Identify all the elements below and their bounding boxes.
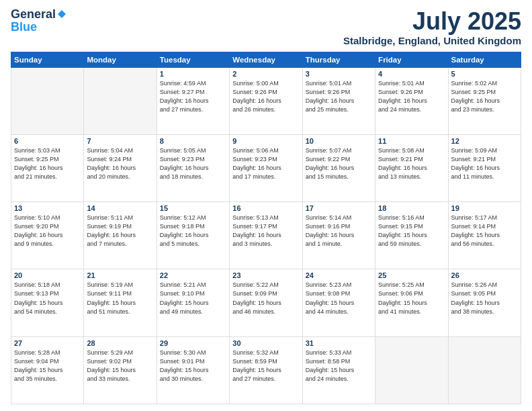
day-info: Sunrise: 5:10 AM Sunset: 9:20 PM Dayligh… (14, 214, 81, 248)
logo-blue-text: Blue (11, 20, 37, 34)
weekday-header: Monday (84, 52, 157, 67)
day-number: 8 (160, 137, 226, 145)
day-number: 21 (87, 271, 153, 279)
day-number: 18 (378, 204, 445, 212)
logo-icon (57, 9, 66, 19)
day-info: Sunrise: 5:19 AM Sunset: 9:11 PM Dayligh… (87, 281, 153, 316)
day-number: 15 (160, 204, 226, 212)
day-number: 1 (160, 70, 226, 78)
day-number: 29 (160, 339, 226, 347)
calendar-day-cell: 11Sunrise: 5:08 AM Sunset: 9:21 PM Dayli… (375, 134, 448, 201)
day-number: 16 (232, 204, 299, 212)
day-number: 28 (87, 339, 153, 347)
day-number: 23 (232, 271, 299, 279)
calendar-day-cell: 13Sunrise: 5:10 AM Sunset: 9:20 PM Dayli… (11, 202, 84, 269)
day-info: Sunrise: 5:21 AM Sunset: 9:10 PM Dayligh… (160, 281, 226, 316)
location: Stalbridge, England, United Kingdom (343, 35, 521, 46)
calendar-day-cell: 16Sunrise: 5:13 AM Sunset: 9:17 PM Dayli… (230, 202, 302, 269)
calendar-day-cell: 4Sunrise: 5:01 AM Sunset: 9:26 PM Daylig… (375, 67, 448, 134)
day-number: 13 (14, 204, 81, 212)
calendar-day-cell: 26Sunrise: 5:26 AM Sunset: 9:05 PM Dayli… (448, 269, 521, 336)
weekday-header-row: SundayMondayTuesdayWednesdayThursdayFrid… (11, 52, 521, 67)
day-info: Sunrise: 5:12 AM Sunset: 9:18 PM Dayligh… (160, 214, 226, 248)
day-number: 26 (451, 271, 518, 279)
calendar-week-row: 20Sunrise: 5:18 AM Sunset: 9:13 PM Dayli… (11, 269, 521, 336)
day-info: Sunrise: 5:02 AM Sunset: 9:25 PM Dayligh… (451, 79, 518, 114)
day-info: Sunrise: 5:17 AM Sunset: 9:14 PM Dayligh… (451, 214, 518, 248)
day-info: Sunrise: 5:06 AM Sunset: 9:23 PM Dayligh… (232, 146, 299, 181)
day-info: Sunrise: 5:22 AM Sunset: 9:09 PM Dayligh… (232, 281, 299, 316)
day-number: 22 (160, 271, 226, 279)
day-number: 27 (14, 339, 81, 347)
day-info: Sunrise: 5:26 AM Sunset: 9:05 PM Dayligh… (451, 281, 518, 316)
calendar-day-cell: 2Sunrise: 5:00 AM Sunset: 9:26 PM Daylig… (230, 67, 302, 134)
day-info: Sunrise: 5:00 AM Sunset: 9:26 PM Dayligh… (232, 79, 299, 114)
day-number: 25 (378, 271, 445, 279)
day-info: Sunrise: 5:23 AM Sunset: 9:08 PM Dayligh… (306, 281, 372, 316)
svg-marker-0 (58, 10, 66, 18)
logo-text: General (11, 8, 66, 20)
calendar-day-cell: 19Sunrise: 5:17 AM Sunset: 9:14 PM Dayli… (448, 202, 521, 269)
calendar-day-cell: 8Sunrise: 5:05 AM Sunset: 9:23 PM Daylig… (157, 134, 229, 201)
day-info: Sunrise: 5:03 AM Sunset: 9:25 PM Dayligh… (14, 146, 81, 181)
day-info: Sunrise: 5:04 AM Sunset: 9:24 PM Dayligh… (87, 146, 153, 181)
calendar-day-cell (11, 67, 84, 134)
calendar-week-row: 13Sunrise: 5:10 AM Sunset: 9:20 PM Dayli… (11, 202, 521, 269)
calendar-day-cell: 27Sunrise: 5:28 AM Sunset: 9:04 PM Dayli… (11, 336, 84, 404)
day-number: 9 (232, 137, 299, 145)
weekday-header: Tuesday (157, 52, 229, 67)
month-title: July 2025 (343, 8, 521, 35)
calendar-day-cell (84, 67, 157, 134)
day-info: Sunrise: 5:13 AM Sunset: 9:17 PM Dayligh… (232, 214, 299, 248)
calendar-day-cell: 5Sunrise: 5:02 AM Sunset: 9:25 PM Daylig… (448, 67, 521, 134)
header: General Blue July 2025 Stalbridge, Engla… (11, 8, 521, 46)
day-info: Sunrise: 5:30 AM Sunset: 9:01 PM Dayligh… (160, 349, 226, 383)
weekday-header: Friday (375, 52, 448, 67)
calendar-day-cell: 1Sunrise: 4:59 AM Sunset: 9:27 PM Daylig… (157, 67, 229, 134)
day-info: Sunrise: 5:08 AM Sunset: 9:21 PM Dayligh… (378, 146, 445, 181)
day-number: 24 (306, 271, 372, 279)
day-info: Sunrise: 5:32 AM Sunset: 8:59 PM Dayligh… (232, 349, 299, 383)
calendar-day-cell: 23Sunrise: 5:22 AM Sunset: 9:09 PM Dayli… (230, 269, 302, 336)
day-info: Sunrise: 5:28 AM Sunset: 9:04 PM Dayligh… (14, 349, 81, 383)
calendar-day-cell: 30Sunrise: 5:32 AM Sunset: 8:59 PM Dayli… (230, 336, 302, 404)
day-number: 12 (451, 137, 518, 145)
calendar-day-cell: 21Sunrise: 5:19 AM Sunset: 9:11 PM Dayli… (84, 269, 157, 336)
logo: General Blue (11, 8, 66, 34)
day-info: Sunrise: 5:25 AM Sunset: 9:06 PM Dayligh… (378, 281, 445, 316)
calendar-day-cell: 17Sunrise: 5:14 AM Sunset: 9:16 PM Dayli… (302, 202, 375, 269)
day-number: 14 (87, 204, 153, 212)
day-info: Sunrise: 5:05 AM Sunset: 9:23 PM Dayligh… (160, 146, 226, 181)
day-number: 7 (87, 137, 153, 145)
day-info: Sunrise: 5:29 AM Sunset: 9:02 PM Dayligh… (87, 349, 153, 383)
day-number: 10 (306, 137, 372, 145)
day-number: 5 (451, 70, 518, 78)
day-number: 4 (378, 70, 445, 78)
day-info: Sunrise: 5:14 AM Sunset: 9:16 PM Dayligh… (306, 214, 372, 248)
day-number: 17 (306, 204, 372, 212)
day-number: 11 (378, 137, 445, 145)
day-number: 30 (232, 339, 299, 347)
day-info: Sunrise: 5:18 AM Sunset: 9:13 PM Dayligh… (14, 281, 81, 316)
day-info: Sunrise: 5:01 AM Sunset: 9:26 PM Dayligh… (306, 79, 372, 114)
calendar-day-cell: 29Sunrise: 5:30 AM Sunset: 9:01 PM Dayli… (157, 336, 229, 404)
calendar-day-cell (448, 336, 521, 404)
day-info: Sunrise: 5:16 AM Sunset: 9:15 PM Dayligh… (378, 214, 445, 248)
calendar-day-cell (375, 336, 448, 404)
calendar-day-cell: 20Sunrise: 5:18 AM Sunset: 9:13 PM Dayli… (11, 269, 84, 336)
calendar-week-row: 6Sunrise: 5:03 AM Sunset: 9:25 PM Daylig… (11, 134, 521, 201)
day-info: Sunrise: 4:59 AM Sunset: 9:27 PM Dayligh… (160, 79, 226, 114)
calendar-day-cell: 6Sunrise: 5:03 AM Sunset: 9:25 PM Daylig… (11, 134, 84, 201)
day-number: 31 (306, 339, 372, 347)
day-number: 6 (14, 137, 81, 145)
weekday-header: Sunday (11, 52, 84, 67)
day-info: Sunrise: 5:07 AM Sunset: 9:22 PM Dayligh… (306, 146, 372, 181)
weekday-header: Wednesday (230, 52, 302, 67)
calendar-day-cell: 7Sunrise: 5:04 AM Sunset: 9:24 PM Daylig… (84, 134, 157, 201)
calendar-day-cell: 14Sunrise: 5:11 AM Sunset: 9:19 PM Dayli… (84, 202, 157, 269)
calendar-week-row: 1Sunrise: 4:59 AM Sunset: 9:27 PM Daylig… (11, 67, 521, 134)
day-number: 2 (232, 70, 299, 78)
calendar-table: SundayMondayTuesdayWednesdayThursdayFrid… (11, 52, 521, 404)
calendar-day-cell: 18Sunrise: 5:16 AM Sunset: 9:15 PM Dayli… (375, 202, 448, 269)
calendar-day-cell: 12Sunrise: 5:09 AM Sunset: 9:21 PM Dayli… (448, 134, 521, 201)
